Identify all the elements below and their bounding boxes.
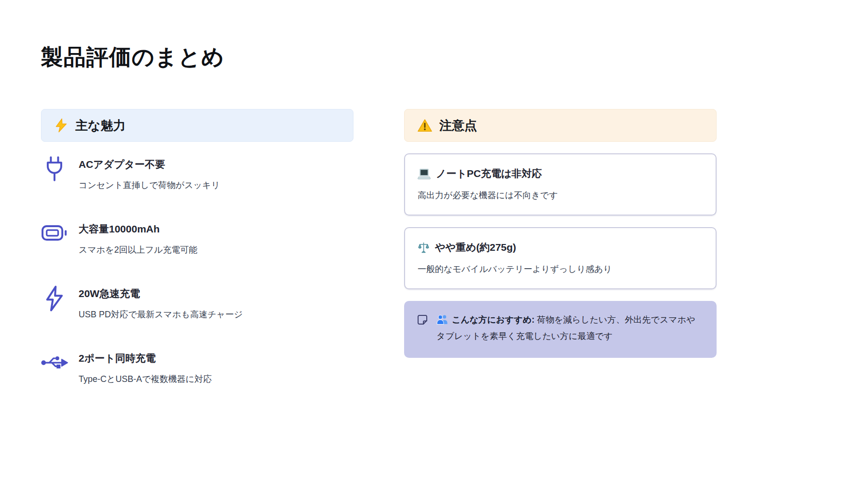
caution-card-laptop: ノートPC充電は非対応 高出力が必要な機器には不向きです [404,153,717,216]
caution-card-title: やや重め(約275g) [418,241,703,254]
battery-icon [41,220,68,256]
caution-card-description: 一般的なモバイルバッテリーよりずっしり感あり [418,263,703,275]
feature-text: 20W急速充電 USB PD対応で最新スマホも高速チャージ [79,285,243,320]
feature-ac-adapter: ACアダプター不要 コンセント直挿しで荷物がスッキリ [41,155,353,191]
usb-icon [41,349,68,385]
feature-fast-charge: 20W急速充電 USB PD対応で最新スマホも高速チャージ [41,285,353,320]
feature-title: ACアダプター不要 [79,158,220,171]
pros-column: 主な魅力 ACアダプター不要 コンセント直挿しで荷物がスッキリ [41,109,353,414]
pros-header-label: 主な魅力 [75,117,126,134]
power-plug-icon [41,155,68,191]
feature-description: スマホを2回以上フル充電可能 [79,244,198,256]
feature-text: 大容量10000mAh スマホを2回以上フル充電可能 [79,220,198,256]
feature-title: 2ポート同時充電 [79,352,212,365]
cons-header-label: 注意点 [439,117,477,134]
two-column-layout: 主な魅力 ACアダプター不要 コンセント直挿しで荷物がスッキリ [41,109,827,414]
product-summary-page: 製品評価のまとめ 主な魅力 [0,0,868,414]
caution-card-description: 高出力が必要な機器には不向きです [418,190,703,201]
feature-capacity: 大容量10000mAh スマホを2回以上フル充電可能 [41,220,353,256]
lightning-emoji [54,118,68,133]
pros-header: 主な魅力 [41,109,353,142]
feature-title: 20W急速充電 [79,287,243,300]
caution-card-title-text: やや重め(約275g) [435,241,516,254]
feature-text: 2ポート同時充電 Type-CとUSB-Aで複数機器に対応 [79,349,212,385]
scales-emoji [418,242,430,254]
feature-title: 大容量10000mAh [79,222,198,236]
recommendation-label: こんな方におすすめ: [452,315,534,325]
recommendation-box: こんな方におすすめ: 荷物を減らしたい方、外出先でスマホやタブレットを素早く充電… [404,301,717,358]
caution-card-title: ノートPC充電は非対応 [418,167,703,180]
caution-card-title-text: ノートPC充電は非対応 [436,167,542,180]
cons-column: 注意点 ノートPC充電は非対応 高出力が必要な機器には不向きです [404,109,717,358]
people-emoji [436,314,448,329]
cons-header: 注意点 [404,109,717,142]
feature-dual-port: 2ポート同時充電 Type-CとUSB-Aで複数機器に対応 [41,349,353,385]
page-title: 製品評価のまとめ [41,42,827,72]
warning-emoji [417,119,433,133]
feature-description: USB PD対応で最新スマホも高速チャージ [79,309,243,320]
recommendation-text: こんな方におすすめ: 荷物を減らしたい方、外出先でスマホやタブレットを素早く充電… [436,313,704,343]
feature-text: ACアダプター不要 コンセント直挿しで荷物がスッキリ [79,155,220,191]
pros-list: ACアダプター不要 コンセント直挿しで荷物がスッキリ 大容量10000mAh [41,155,353,385]
feature-description: Type-CとUSB-Aで複数機器に対応 [79,373,212,385]
sticky-note-icon [417,313,428,343]
feature-description: コンセント直挿しで荷物がスッキリ [79,179,220,191]
laptop-emoji [418,168,431,180]
caution-card-weight: やや重め(約275g) 一般的なモバイルバッテリーよりずっしり感あり [404,227,717,289]
lightning-bolt-icon [41,285,68,320]
